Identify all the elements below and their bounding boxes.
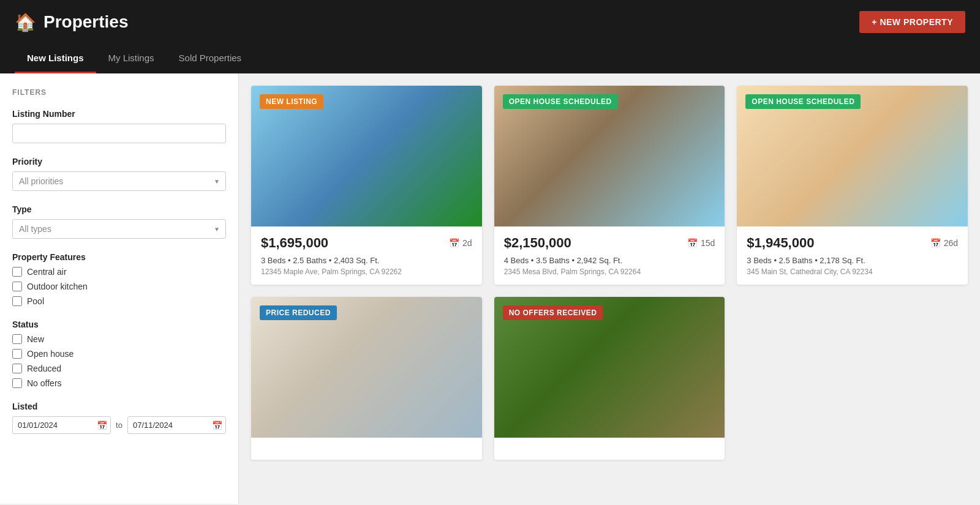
status-new-label: New <box>27 334 44 344</box>
header-title-group: 🏠 Properties <box>15 12 129 32</box>
card-price-row-2: $2,150,000 📅 15d <box>504 235 715 251</box>
type-select-wrap: All types House Condo Townhouse Land <box>12 219 226 239</box>
card-days-2: 📅 15d <box>687 238 715 248</box>
status-open-house-label: Open house <box>27 349 74 359</box>
card-address-2: 2345 Mesa Blvd, Palm Springs, CA 92264 <box>504 267 715 276</box>
priority-select-wrap: All priorities High Medium Low <box>12 171 226 191</box>
listing-number-input[interactable] <box>12 124 226 143</box>
feature-central-air[interactable]: Central air <box>12 267 226 277</box>
listed-group: Listed 📅 to 📅 <box>12 402 226 434</box>
property-grid: NEW LISTING $1,695,000 📅 2d 3 Beds • 2.5… <box>251 86 968 460</box>
card-address-3: 345 Main St, Cathedral City, CA 92234 <box>747 267 958 276</box>
date-to-input[interactable] <box>127 416 226 434</box>
type-label: Type <box>12 204 226 214</box>
card-image-1: NEW LISTING <box>251 86 482 226</box>
tab-new-listings[interactable]: New Listings <box>15 44 96 73</box>
card-badge-2: OPEN HOUSE SCHEDULED <box>503 94 618 109</box>
status-reduced[interactable]: Reduced <box>12 364 226 373</box>
date-from-wrap: 📅 <box>12 416 111 434</box>
property-card-2[interactable]: OPEN HOUSE SCHEDULED $2,150,000 📅 15d 4 … <box>494 86 725 285</box>
type-select[interactable]: All types House Condo Townhouse Land <box>12 219 226 239</box>
status-reduced-label: Reduced <box>27 364 61 373</box>
property-card-1[interactable]: NEW LISTING $1,695,000 📅 2d 3 Beds • 2.5… <box>251 86 482 285</box>
card-body-3: $1,945,000 📅 26d 3 Beds • 2.5 Baths • 2,… <box>737 226 968 285</box>
card-badge-1: NEW LISTING <box>260 94 323 109</box>
type-group: Type All types House Condo Townhouse Lan… <box>12 204 226 239</box>
feature-outdoor-kitchen[interactable]: Outdoor kitchen <box>12 282 226 291</box>
tabs-nav: New Listings My Listings Sold Properties <box>0 44 980 73</box>
tab-my-listings[interactable]: My Listings <box>96 44 167 73</box>
feature-outdoor-kitchen-checkbox[interactable] <box>12 282 22 291</box>
card-image-5: NO OFFERS RECEIVED <box>494 297 725 438</box>
listed-label: Listed <box>12 402 226 411</box>
property-features-list: Central air Outdoor kitchen Pool <box>12 267 226 306</box>
feature-pool-checkbox[interactable] <box>12 296 22 306</box>
status-open-house-checkbox[interactable] <box>12 349 22 359</box>
status-new[interactable]: New <box>12 334 226 344</box>
card-price-3: $1,945,000 <box>747 235 814 251</box>
status-list: New Open house Reduced No offers <box>12 334 226 388</box>
filters-title: FILTERS <box>12 88 226 97</box>
status-group: Status New Open house Reduced No offers <box>12 320 226 388</box>
date-to-wrap: 📅 <box>127 416 226 434</box>
date-range: 📅 to 📅 <box>12 416 226 434</box>
card-image-2: OPEN HOUSE SCHEDULED <box>494 86 725 226</box>
status-open-house[interactable]: Open house <box>12 349 226 359</box>
card-price-1: $1,695,000 <box>261 235 328 251</box>
feature-pool[interactable]: Pool <box>12 296 226 306</box>
app-header: 🏠 Properties + NEW PROPERTY <box>0 0 980 44</box>
card-image-4: PRICE REDUCED <box>251 297 482 438</box>
new-property-button[interactable]: + NEW PROPERTY <box>859 11 965 33</box>
priority-select[interactable]: All priorities High Medium Low <box>12 171 226 191</box>
listing-number-group: Listing Number <box>12 109 226 143</box>
card-days-3: 📅 26d <box>930 238 958 248</box>
property-card-4[interactable]: PRICE REDUCED <box>251 297 482 460</box>
calendar-icon-2: 📅 <box>687 238 698 248</box>
card-days-value-3: 26d <box>944 238 958 248</box>
date-from-input[interactable] <box>12 416 111 434</box>
feature-pool-label: Pool <box>27 296 44 306</box>
main-layout: FILTERS Listing Number Priority All prio… <box>0 73 980 504</box>
tab-sold-properties[interactable]: Sold Properties <box>167 44 254 73</box>
card-specs-3: 3 Beds • 2.5 Baths • 2,178 Sq. Ft. <box>747 256 958 265</box>
card-badge-3: OPEN HOUSE SCHEDULED <box>745 94 861 109</box>
status-no-offers[interactable]: No offers <box>12 378 226 388</box>
property-features-group: Property Features Central air Outdoor ki… <box>12 252 226 306</box>
feature-central-air-label: Central air <box>27 267 67 277</box>
card-body-5 <box>494 438 725 460</box>
feature-outdoor-kitchen-label: Outdoor kitchen <box>27 282 88 291</box>
sidebar-filters: FILTERS Listing Number Priority All prio… <box>0 73 239 504</box>
calendar-icon-3: 📅 <box>930 238 941 248</box>
status-no-offers-label: No offers <box>27 378 62 388</box>
card-price-2: $2,150,000 <box>504 235 571 251</box>
card-badge-4: PRICE REDUCED <box>260 305 337 320</box>
date-to-label: to <box>116 421 123 430</box>
card-price-row-1: $1,695,000 📅 2d <box>261 235 472 251</box>
card-address-1: 12345 Maple Ave, Palm Springs, CA 92262 <box>261 267 472 276</box>
status-no-offers-checkbox[interactable] <box>12 378 22 388</box>
status-reduced-checkbox[interactable] <box>12 364 22 373</box>
card-days-value-1: 2d <box>462 238 472 248</box>
status-new-checkbox[interactable] <box>12 334 22 344</box>
calendar-icon-1: 📅 <box>449 238 459 248</box>
property-card-3[interactable]: OPEN HOUSE SCHEDULED $1,945,000 📅 26d 3 … <box>737 86 968 285</box>
card-image-3: OPEN HOUSE SCHEDULED <box>737 86 968 226</box>
property-card-5[interactable]: NO OFFERS RECEIVED <box>494 297 725 460</box>
property-features-label: Property Features <box>12 252 226 262</box>
priority-label: Priority <box>12 157 226 166</box>
card-specs-1: 3 Beds • 2.5 Baths • 2,403 Sq. Ft. <box>261 256 472 265</box>
card-body-4 <box>251 438 482 460</box>
card-days-value-2: 15d <box>701 238 715 248</box>
card-body-2: $2,150,000 📅 15d 4 Beds • 3.5 Baths • 2,… <box>494 226 725 285</box>
feature-central-air-checkbox[interactable] <box>12 267 22 277</box>
priority-group: Priority All priorities High Medium Low <box>12 157 226 191</box>
listing-number-label: Listing Number <box>12 109 226 119</box>
property-content: NEW LISTING $1,695,000 📅 2d 3 Beds • 2.5… <box>239 73 980 504</box>
card-body-1: $1,695,000 📅 2d 3 Beds • 2.5 Baths • 2,4… <box>251 226 482 285</box>
card-price-row-3: $1,945,000 📅 26d <box>747 235 958 251</box>
house-icon: 🏠 <box>15 12 36 32</box>
card-badge-5: NO OFFERS RECEIVED <box>503 305 603 320</box>
card-specs-2: 4 Beds • 3.5 Baths • 2,942 Sq. Ft. <box>504 256 715 265</box>
app-title: Properties <box>43 12 129 32</box>
status-label: Status <box>12 320 226 329</box>
